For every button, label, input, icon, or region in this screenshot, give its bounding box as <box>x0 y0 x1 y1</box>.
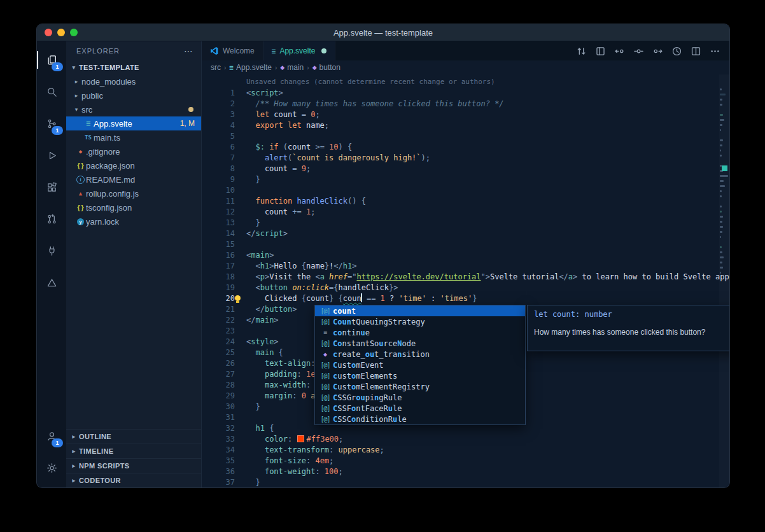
suggest-item-CSSGroupingRule[interactable]: [@]CSSGroupingRule <box>315 392 525 403</box>
minimap[interactable] <box>719 74 729 487</box>
history-icon[interactable] <box>671 46 682 57</box>
next-change-icon[interactable] <box>652 46 663 57</box>
suggest-item-continue[interactable]: ≡continue <box>315 327 525 338</box>
line-content: } <box>246 174 260 185</box>
line-content: export let name; <box>246 120 329 131</box>
previous-change-icon[interactable] <box>614 46 625 57</box>
code-line[interactable]: 19 <button on:click={handleClick}> <box>202 283 729 293</box>
remote-icon[interactable] <box>37 235 66 267</box>
modified-dot <box>188 107 193 112</box>
code-line[interactable]: 6 $: if (count >= 10) { <box>202 142 729 153</box>
open-changes-icon[interactable] <box>595 46 606 57</box>
blame-icon[interactable] <box>633 46 644 57</box>
explorer-more-actions-icon[interactable]: ⋯ <box>184 46 193 56</box>
breadcrumb-app-svelte[interactable]: ≡App.svelte <box>229 63 272 72</box>
breadcrumb-separator: › <box>224 64 226 71</box>
tree-item-yarn-lock[interactable]: yyarn.lock <box>66 214 201 228</box>
tree-item-package-json[interactable]: {}package.json <box>66 158 201 172</box>
code-line[interactable]: 36 font-weight: 100; <box>202 466 729 477</box>
breadcrumb-src[interactable]: src <box>211 63 221 72</box>
lightbulb-icon[interactable] <box>235 295 241 301</box>
tree-item-node-modules[interactable]: ▸node_modules <box>66 74 201 88</box>
activity-bar: 11 1 <box>37 41 66 487</box>
chevron-right-icon: ▸ <box>69 463 79 469</box>
line-content: <button on:click={handleClick}> <box>246 283 398 293</box>
split-editor-icon[interactable] <box>691 46 701 57</box>
section-timeline[interactable]: ▸TIMELINE <box>66 444 201 458</box>
code-line[interactable]: 14</script> <box>202 228 729 239</box>
section-label: NPM SCRIPTS <box>79 462 130 470</box>
codetour-icon[interactable] <box>37 267 66 298</box>
code-line[interactable]: 16<main> <box>202 250 729 261</box>
more-actions-icon[interactable] <box>710 46 720 57</box>
code-line[interactable]: 2 /** How many times has someone clicked… <box>202 99 729 109</box>
account-icon[interactable]: 1 <box>37 420 66 452</box>
code-line[interactable]: 12 count += 1; <box>202 207 729 218</box>
extensions-icon[interactable] <box>37 171 66 203</box>
tab-welcome[interactable]: Welcome <box>202 41 263 60</box>
gitlens-compare-icon[interactable] <box>576 46 587 57</box>
line-number: 30 <box>202 402 246 412</box>
github-pr-icon[interactable] <box>37 203 66 235</box>
run-debug-icon[interactable] <box>37 139 66 171</box>
code-line[interactable]: 9 } <box>202 174 729 185</box>
section-outline[interactable]: ▸OUTLINE <box>66 429 201 444</box>
search-icon[interactable] <box>37 76 66 108</box>
code-line[interactable]: 3 let count = 0; <box>202 109 729 120</box>
line-number: 21 <box>202 304 246 315</box>
file-name: rollup.config.js <box>86 189 139 199</box>
line-number: 36 <box>202 466 246 477</box>
line-number: 29 <box>202 391 246 402</box>
code-line[interactable]: 15 <box>202 239 729 250</box>
tree-item-src[interactable]: ▾src <box>66 102 201 116</box>
code-line[interactable]: 17 <h1>Hello {name}!</h1> <box>202 261 729 272</box>
code-line[interactable]: 5 <box>202 131 729 142</box>
section-npm-scripts[interactable]: ▸NPM SCRIPTS <box>66 458 201 473</box>
code-line[interactable]: 8 count = 9; <box>202 164 729 174</box>
code-line[interactable]: 37 } <box>202 477 729 487</box>
code-line[interactable]: 33 color: #ff3e00; <box>202 434 729 445</box>
unsaved-changes-dot[interactable] <box>321 48 326 53</box>
tree-item-public[interactable]: ▸public <box>66 88 201 102</box>
tab-app-svelte[interactable]: ≡ App.svelte <box>263 41 336 60</box>
suggest-item-CustomEvent[interactable]: [@]CustomEvent <box>315 360 525 370</box>
code-line[interactable]: 35 font-size: 4em; <box>202 456 729 466</box>
suggest-item-CustomElementRegistry[interactable]: [@]CustomElementRegistry <box>315 381 525 392</box>
tree-item-main-ts[interactable]: TSmain.ts <box>66 130 201 144</box>
line-number: 15 <box>202 239 246 250</box>
minimize-window-button[interactable] <box>57 29 65 36</box>
code-line[interactable]: 10 <box>202 185 729 196</box>
suggest-item-CSSConditionRule[interactable]: [@]CSSConditionRule <box>315 414 525 424</box>
suggest-item-CountQueuingStrategy[interactable]: [@]CountQueuingStrategy <box>315 316 525 327</box>
code-editor[interactable]: Unsaved changes (cannot determine recent… <box>202 74 729 487</box>
line-number: 22 <box>202 315 246 326</box>
breadcrumb-main[interactable]: ◆main <box>280 63 304 72</box>
code-line[interactable]: 11 function handleClick() { <box>202 196 729 207</box>
suggest-item-ConstantSourceNode[interactable]: [@]ConstantSourceNode <box>315 338 525 349</box>
tree-item-rollup-config-js[interactable]: ▲rollup.config.js <box>66 186 201 200</box>
breadcrumb-button[interactable]: ◆button <box>312 63 340 72</box>
code-line[interactable]: 13 } <box>202 218 729 228</box>
code-line[interactable]: 7 alert(`count is dangerously high!`); <box>202 153 729 164</box>
source-control-icon[interactable]: 1 <box>37 108 66 139</box>
workspace-root[interactable]: ▾ TEST-TEMPLATE <box>66 60 201 74</box>
line-content: $: if (count >= 10) { <box>246 142 352 153</box>
code-line[interactable]: 4 export let name; <box>202 120 729 131</box>
section-codetour[interactable]: ▸CODETOUR <box>66 473 201 487</box>
suggest-item-CSSFontFaceRule[interactable]: [@]CSSFontFaceRule <box>315 403 525 414</box>
code-line[interactable]: 34 text-transform: uppercase; <box>202 445 729 456</box>
tree-item--gitignore[interactable]: ◆.gitignore <box>66 144 201 158</box>
close-window-button[interactable] <box>45 29 52 36</box>
suggest-item-customElements[interactable]: [@]customElements <box>315 370 525 381</box>
settings-icon[interactable] <box>37 452 66 484</box>
tree-item-README-md[interactable]: iREADME.md <box>66 172 201 186</box>
code-line[interactable]: 18 <p>Visit the <a href="https://svelte.… <box>202 272 729 283</box>
code-line[interactable]: 20 Clicked {count} {coun == 1 ? 'time' :… <box>202 293 729 304</box>
tree-item-tsconfig-json[interactable]: {}tsconfig.json <box>66 200 201 214</box>
code-line[interactable]: 1<script> <box>202 88 729 99</box>
tree-item-App-svelte[interactable]: ≡App.svelte1, M <box>66 116 201 130</box>
suggest-item-count[interactable]: [@]count <box>315 305 525 316</box>
explorer-icon[interactable]: 1 <box>37 44 66 76</box>
suggest-item-create_out_transition[interactable]: ◆create_out_transition <box>315 349 525 360</box>
zoom-window-button[interactable] <box>70 29 78 36</box>
